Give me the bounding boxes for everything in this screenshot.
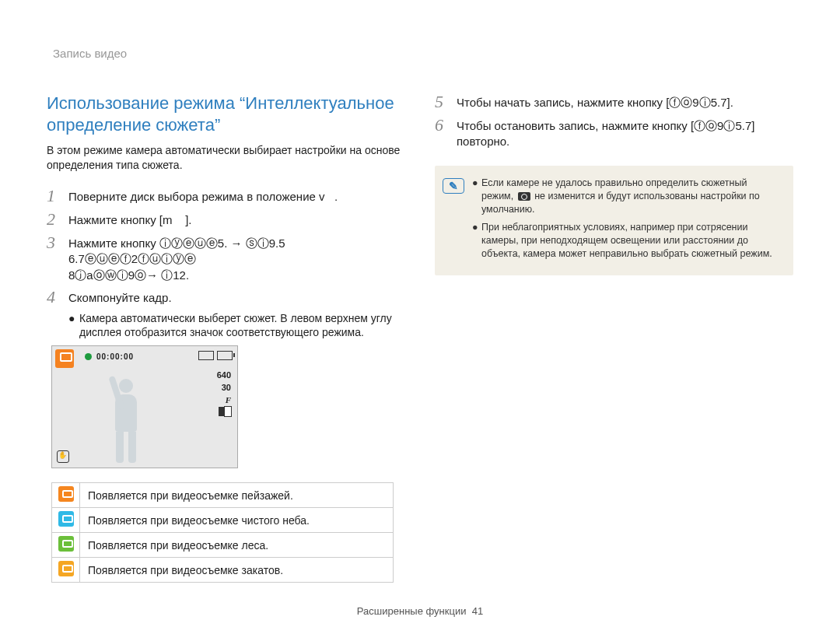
record-indicator: 00:00:00	[85, 352, 134, 361]
forest-scene-icon	[58, 536, 74, 552]
step-text: Поверните диск выбора режима в положение…	[68, 187, 338, 205]
intro-text: В этом режиме камера автоматически выбир…	[47, 143, 405, 173]
section-heading: Использование режима “Интеллектуальное о…	[47, 93, 405, 135]
step-1: 1 Поверните диск выбора режима в положен…	[47, 187, 405, 205]
step-number: 1	[47, 187, 68, 205]
sky-scene-icon	[58, 511, 74, 527]
step-number: 6	[435, 116, 457, 135]
landscape-scene-icon	[58, 486, 74, 502]
step-4: 4 Скомпонуйте кадр.	[47, 288, 405, 306]
display-values: 640 30 F	[217, 370, 231, 419]
stabilization-icon	[57, 450, 69, 463]
breadcrumb: Запись видео	[47, 47, 793, 60]
step-number: 4	[47, 288, 68, 306]
legend-text: Появляется при видеосъемке леса.	[80, 533, 394, 558]
footer-label: Расширенные функции	[357, 605, 467, 617]
battery-icon	[217, 351, 233, 360]
step-6: 6 Чтобы остановить запись, нажмите кнопк…	[435, 116, 793, 149]
smart-mode-badge-icon	[55, 349, 74, 368]
left-column: Использование режима “Интеллектуальное о…	[47, 93, 405, 583]
legend-text: Появляется при видеосъемке чистого неба.	[80, 508, 394, 533]
page-number: 41	[472, 605, 483, 617]
note-bullet-2: ● При неблагоприятных условиях, например…	[472, 221, 781, 261]
record-time: 00:00:00	[96, 352, 134, 361]
sunset-scene-icon	[58, 561, 74, 576]
step-text: Нажмите кнопку ⓘⓨⓔⓤⓔ5. → ⓢⓘ9.5 6.7ⓔⓤⓔⓕ2ⓕ…	[68, 233, 405, 283]
memory-card-icon	[198, 351, 214, 360]
record-dot-icon	[85, 353, 92, 360]
bw-icon	[219, 407, 231, 416]
step-text: Скомпонуйте кадр.	[68, 288, 172, 306]
table-row: Появляется при видеосъемке закатов.	[52, 558, 394, 583]
table-row: Появляется при видеосъемке чистого неба.	[52, 508, 394, 533]
right-column: 5 Чтобы начать запись, нажмите кнопку [ⓕ…	[435, 93, 793, 583]
camera-display: 00:00:00 640 30 F	[51, 345, 238, 468]
step-number: 3	[47, 233, 68, 252]
step-number: 5	[435, 93, 457, 111]
resolution-value: 640	[217, 370, 231, 382]
camera-icon	[518, 192, 530, 201]
f-symbol: F	[217, 394, 231, 407]
info-note-box: ✎ ● Если камере не удалось правильно опр…	[435, 166, 793, 275]
fps-value: 30	[217, 382, 231, 394]
page-footer: Расширенные функции 41	[0, 605, 840, 617]
scene-legend-table: Появляется при видеосъемке пейзажей. Поя…	[51, 482, 394, 583]
note-icon: ✎	[443, 178, 464, 194]
step-3: 3 Нажмите кнопку ⓘⓨⓔⓤⓔ5. → ⓢⓘ9.5 6.7ⓔⓤⓔⓕ…	[47, 233, 405, 283]
legend-text: Появляется при видеосъемке пейзажей.	[80, 483, 394, 508]
step-text: Чтобы начать запись, нажмите кнопку [ⓕⓞ9…	[457, 93, 733, 110]
step-2: 2 Нажмите кнопку [m ].	[47, 210, 405, 229]
person-silhouette-icon	[107, 379, 145, 464]
legend-text: Появляется при видеосъемке закатов.	[80, 558, 394, 583]
step-text: Чтобы остановить запись, нажмите кнопку …	[457, 116, 793, 149]
step-4-bullet: ●Камера автоматически выберет сюжет. В л…	[68, 311, 405, 339]
table-row: Появляется при видеосъемке пейзажей.	[52, 483, 394, 508]
note-bullet-1: ● Если камере не удалось правильно опред…	[472, 177, 781, 216]
step-number: 2	[47, 210, 68, 229]
step-5: 5 Чтобы начать запись, нажмите кнопку [ⓕ…	[435, 93, 793, 111]
step-text: Нажмите кнопку [m ].	[68, 210, 192, 228]
table-row: Появляется при видеосъемке леса.	[52, 533, 394, 558]
